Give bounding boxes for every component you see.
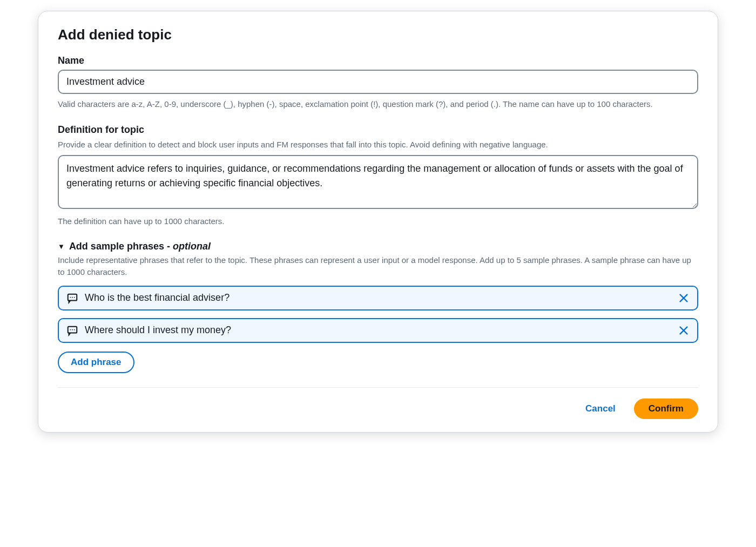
name-field-group: Name Valid characters are a-z, A-Z, 0-9,… [58, 55, 698, 110]
add-phrase-button[interactable]: Add phrase [58, 352, 134, 373]
sample-phrases-sublabel: Include representative phrases that refe… [58, 254, 698, 278]
svg-point-8 [72, 329, 73, 330]
sample-phrases-section: ▼ Add sample phrases - optional Include … [58, 241, 698, 373]
close-icon [678, 292, 690, 304]
phrase-item[interactable]: Who is the best financial adviser? [58, 286, 698, 310]
chat-icon [66, 292, 78, 304]
modal-title: Add denied topic [58, 26, 698, 43]
sample-phrases-title: Add sample phrases - optional [69, 241, 211, 252]
phrase-list: Who is the best financial adviser? [58, 286, 698, 343]
svg-point-9 [74, 329, 75, 330]
svg-point-2 [72, 296, 73, 298]
remove-phrase-button[interactable] [678, 292, 690, 304]
confirm-button[interactable]: Confirm [634, 399, 698, 419]
phrase-item[interactable]: Where should I invest my money? [58, 318, 698, 343]
phrase-text: Who is the best financial adviser? [85, 292, 671, 303]
caret-down-icon: ▼ [58, 242, 65, 251]
phrase-text: Where should I invest my money? [85, 325, 671, 336]
svg-point-7 [70, 329, 71, 330]
add-denied-topic-modal: Add denied topic Name Valid characters a… [38, 11, 718, 433]
sample-phrases-toggle[interactable]: ▼ Add sample phrases - optional [58, 241, 698, 252]
close-icon [678, 325, 690, 336]
definition-field-group: Definition for topic Provide a clear def… [58, 124, 698, 227]
footer-actions: Cancel Confirm [58, 399, 698, 419]
sample-phrases-title-text: Add sample phrases - [69, 241, 173, 252]
definition-help-text: The definition can have up to 1000 chara… [58, 215, 698, 227]
name-help-text: Valid characters are a-z, A-Z, 0-9, unde… [58, 98, 698, 110]
sample-phrases-optional: optional [173, 241, 211, 252]
chat-icon [66, 325, 78, 336]
name-label: Name [58, 55, 698, 66]
definition-label: Definition for topic [58, 124, 698, 136]
svg-point-3 [74, 296, 75, 298]
cancel-button[interactable]: Cancel [573, 399, 627, 418]
definition-sublabel: Provide a clear definition to detect and… [58, 139, 698, 151]
remove-phrase-button[interactable] [678, 325, 690, 336]
definition-textarea[interactable] [58, 155, 698, 209]
name-input[interactable] [58, 70, 698, 94]
svg-point-1 [70, 296, 71, 298]
footer-divider [58, 387, 698, 388]
